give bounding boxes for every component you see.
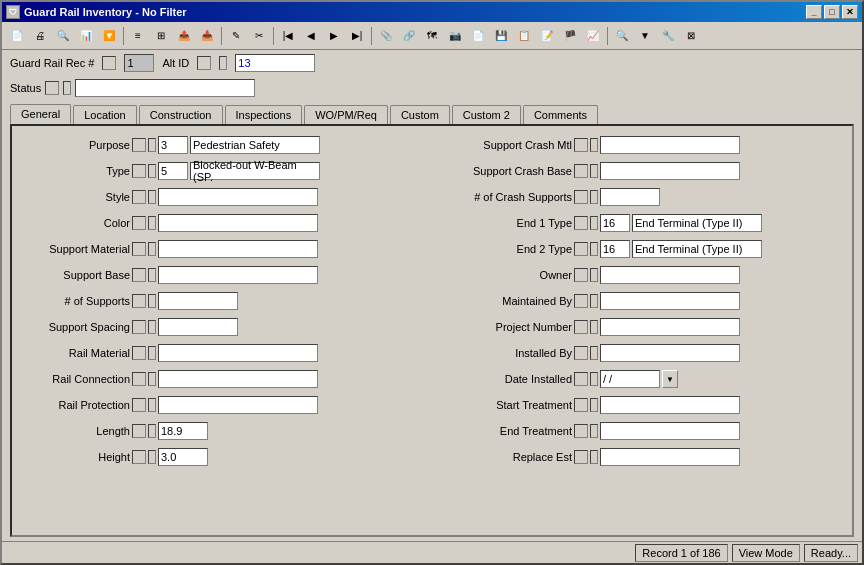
support-spacing-ind2 [148,320,156,334]
map-button[interactable]: 🗺 [421,25,443,47]
filter-button[interactable]: 🔽 [98,25,120,47]
attach-button[interactable]: 📎 [375,25,397,47]
cut-button[interactable]: ✂ [248,25,270,47]
installed-by-label: Installed By [442,347,572,359]
support-material-label: Support Material [20,243,130,255]
maximize-button[interactable]: □ [824,5,840,19]
end-treatment-ind2 [590,424,598,438]
edit-button[interactable]: ✎ [225,25,247,47]
maintained-by-row: Maintained By [442,290,844,312]
first-button[interactable]: |◀ [277,25,299,47]
tab-comments[interactable]: Comments [523,105,598,124]
num-crash-supports-ind2 [590,190,598,204]
num-crash-supports-row: # of Crash Supports [442,186,844,208]
end2-type-code: 16 [600,240,630,258]
report-button[interactable]: 📊 [75,25,97,47]
tab-location[interactable]: Location [73,105,137,124]
height-ind [132,450,146,464]
support-crash-base-value [600,162,740,180]
height-row: Height 3.0 [20,446,422,468]
replace-est-value [600,448,740,466]
support-material-ind [132,242,146,256]
rail-material-ind [132,346,146,360]
toolbar-group-5: 🔍 ▼ 🔧 ⊠ [611,25,702,47]
close-button[interactable]: ✕ [842,5,858,19]
toolbar-group-3: ✎ ✂ [225,25,270,47]
owner-ind2 [590,268,598,282]
tab-wo-pm-req[interactable]: WO/PM/Req [304,105,388,124]
type-ind2 [148,164,156,178]
start-treatment-ind2 [590,398,598,412]
export-button[interactable]: 📤 [173,25,195,47]
dropdown-button[interactable]: ▼ [634,25,656,47]
search-button[interactable]: 🔍 [52,25,74,47]
tab-construction[interactable]: Construction [139,105,223,124]
date-installed-row: Date Installed / / ▼ [442,368,844,390]
status-bar: Record 1 of 186 View Mode Ready... [2,541,862,563]
status-indicator2 [63,81,71,95]
view-mode-status: View Mode [732,544,800,562]
chart-button[interactable]: 📈 [582,25,604,47]
minimize-button[interactable]: _ [806,5,822,19]
height-value: 3.0 [158,448,208,466]
list-button[interactable]: ≡ [127,25,149,47]
link-button[interactable]: 🔗 [398,25,420,47]
project-number-ind2 [590,320,598,334]
alt-id-value: 13 [235,54,315,72]
close2-button[interactable]: ⊠ [680,25,702,47]
color-value [158,214,318,232]
sep-4 [371,27,372,45]
import-button[interactable]: 📥 [196,25,218,47]
paste-button[interactable]: 📝 [536,25,558,47]
record-status: Record 1 of 186 [635,544,727,562]
tab-general[interactable]: General [10,104,71,124]
date-dropdown-button[interactable]: ▼ [662,370,678,388]
tab-custom2[interactable]: Custom 2 [452,105,521,124]
header-row: Guard Rail Rec # 1 Alt ID 13 [2,50,862,76]
new-button[interactable]: 📄 [6,25,28,47]
support-base-value [158,266,318,284]
start-treatment-ind [574,398,588,412]
grid-button[interactable]: ⊞ [150,25,172,47]
prev-button[interactable]: ◀ [300,25,322,47]
copy-button[interactable]: 📋 [513,25,535,47]
type-value: Blocked-out W-Beam (SP. [190,162,320,180]
date-installed-ind [574,372,588,386]
rail-material-row: Rail Material [20,342,422,364]
start-treatment-row: Start Treatment [442,394,844,416]
end2-type-row: End 2 Type 16 End Terminal (Type II) [442,238,844,260]
sep-5 [607,27,608,45]
rail-connection-label: Rail Connection [20,373,130,385]
color-ind [132,216,146,230]
zoom-button[interactable]: 🔍 [611,25,633,47]
save-button[interactable]: 💾 [490,25,512,47]
doc-button[interactable]: 📄 [467,25,489,47]
support-material-value [158,240,318,258]
last-button[interactable]: ▶| [346,25,368,47]
replace-est-ind [574,450,588,464]
alt-id-indicator2 [219,56,227,70]
end2-type-ind2 [590,242,598,256]
color-ind2 [148,216,156,230]
tools-button[interactable]: 🔧 [657,25,679,47]
next-button[interactable]: ▶ [323,25,345,47]
num-crash-supports-value [600,188,660,206]
tab-custom[interactable]: Custom [390,105,450,124]
owner-label: Owner [442,269,572,281]
print-button[interactable]: 🖨 [29,25,51,47]
tab-inspections[interactable]: Inspections [225,105,303,124]
right-column: Support Crash Mtl Support Crash Base # o… [442,134,844,527]
purpose-code: 3 [158,136,188,154]
num-crash-supports-label: # of Crash Supports [442,191,572,203]
end-treatment-row: End Treatment [442,420,844,442]
status-value [75,79,255,97]
style-label: Style [20,191,130,203]
support-crash-mtl-ind2 [590,138,598,152]
type-label: Type [20,165,130,177]
title-bar: 🛡 Guard Rail Inventory - No Filter _ □ ✕ [2,2,862,22]
tabs-row: General Location Construction Inspection… [2,100,862,124]
length-ind [132,424,146,438]
flag-button[interactable]: 🏴 [559,25,581,47]
photo-button[interactable]: 📷 [444,25,466,47]
num-supports-row: # of Supports [20,290,422,312]
